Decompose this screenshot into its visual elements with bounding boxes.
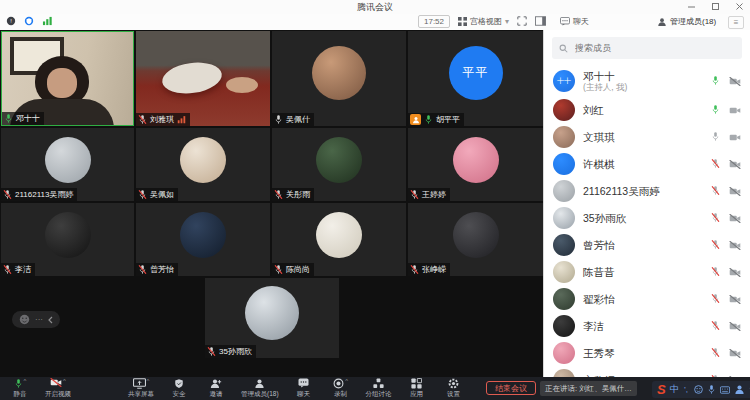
smiley-icon — [19, 314, 30, 325]
view-mode-button[interactable]: 宫格视图▾ — [458, 16, 509, 27]
maximize-button[interactable] — [711, 2, 720, 11]
toolbar-label: 静音 — [14, 390, 27, 398]
layout-button[interactable] — [535, 16, 546, 28]
meeting-info-icon[interactable]: ! — [6, 16, 16, 28]
video-tile[interactable]: 曾芳怡 — [136, 203, 270, 276]
toolbar-label: 邀请 — [210, 390, 223, 398]
member-row[interactable]: 十十邓十十(主持人, 我) — [544, 66, 750, 96]
toolbar-share-screen-button[interactable]: ^共享屏幕 — [128, 378, 154, 398]
member-row[interactable]: 35孙雨欣 — [544, 204, 750, 231]
camera-icon — [50, 378, 62, 387]
member-row[interactable]: 21162113吴雨婷 — [544, 177, 750, 204]
search-box[interactable] — [552, 37, 742, 59]
member-name: 文琪琪 — [583, 131, 615, 143]
mic-icon — [14, 378, 23, 389]
video-tile[interactable]: 刘雅琪 — [136, 31, 270, 126]
avatar — [180, 212, 226, 258]
ime-voice-icon — [707, 384, 716, 395]
network-signal-icon — [42, 16, 53, 28]
toolbar-camera-off-button[interactable]: ^开启视频 — [45, 378, 71, 398]
chat-icon — [560, 17, 570, 26]
share-screen-icon — [133, 378, 146, 389]
mic-icon — [4, 113, 13, 124]
camera-icon — [729, 268, 741, 277]
member-mic-status — [711, 209, 720, 227]
mic-icon — [711, 347, 720, 358]
video-tile[interactable]: 吴佩如 — [136, 128, 270, 201]
member-row[interactable]: 许棋棋 — [544, 150, 750, 177]
toolbar-apps-button[interactable]: 应用 — [405, 378, 429, 398]
video-tile[interactable]: 21162113吴雨婷 — [1, 128, 134, 201]
video-grid: 邓十十刘雅琪吴佩什平平胡平平21162113吴雨婷吴佩如关彤雨王婷婷李洁曾芳怡陈… — [0, 30, 544, 377]
tile-name-label: 关彤雨 — [272, 188, 314, 201]
close-button[interactable] — [735, 2, 744, 11]
member-mic-status — [711, 236, 720, 254]
member-row[interactable]: 曾芳怡 — [544, 231, 750, 258]
camera-icon — [729, 133, 741, 142]
member-avatar — [553, 153, 575, 175]
end-meeting-button[interactable]: 结束会议 — [486, 381, 536, 395]
mic-icon — [410, 264, 419, 275]
ime-keyboard-icon[interactable] — [720, 386, 730, 394]
person-icon — [412, 116, 420, 124]
toolbar-chat-button[interactable]: 聊天 — [292, 378, 316, 398]
toolbar-members-button[interactable]: 管理成员(18) — [241, 378, 279, 398]
toolbar-label: 安全 — [173, 390, 186, 398]
toolbar-invite-button[interactable]: 邀请 — [204, 378, 228, 398]
avatar — [180, 137, 226, 183]
toolbar-breakout-button[interactable]: 分组讨论 — [366, 378, 392, 398]
tab-chat[interactable]: 聊天 — [560, 16, 589, 27]
ime-language-toggle[interactable]: 中 — [670, 383, 679, 396]
video-tile[interactable]: 35孙雨欣 — [205, 278, 339, 358]
ime-person-icon[interactable] — [734, 384, 745, 395]
member-mic-status — [711, 101, 720, 119]
member-name: 许棋棋 — [583, 158, 615, 170]
member-row[interactable]: 文欣妍 — [544, 366, 750, 377]
search-input[interactable] — [573, 42, 727, 54]
ime-emoji-icon[interactable] — [694, 385, 703, 394]
member-camera-status — [729, 317, 741, 335]
meeting-window: 腾讯会议 ! 17:52 宫格视图▾ 聊天 — [0, 0, 750, 400]
video-tile[interactable]: 陈尚尚 — [272, 203, 406, 276]
toolbar-shield-button[interactable]: 安全 — [167, 378, 191, 398]
ime-voice-icon[interactable] — [707, 384, 716, 395]
video-tile[interactable]: 张峥嵘 — [408, 203, 543, 276]
toolbar-record-button[interactable]: ^录制 — [329, 378, 353, 398]
toolbar-mic-button[interactable]: ^静音 — [8, 378, 32, 398]
member-row[interactable]: 李洁 — [544, 312, 750, 339]
member-camera-status — [729, 72, 741, 90]
mic-icon — [274, 189, 283, 200]
member-row[interactable]: 翟彩怡 — [544, 285, 750, 312]
camera-icon — [729, 160, 741, 169]
avatar — [45, 137, 91, 183]
member-avatar — [553, 207, 575, 229]
mic-icon — [711, 131, 720, 142]
emoji-reaction-pill[interactable]: ··· — [12, 311, 60, 328]
avatar — [316, 137, 362, 183]
toolbar-settings-button[interactable]: 设置 — [442, 378, 466, 398]
ime-punctuation-icon[interactable]: ’, — [683, 385, 690, 394]
member-row[interactable]: 文琪琪 — [544, 123, 750, 150]
video-tile[interactable]: 平平胡平平 — [408, 31, 543, 126]
ime-logo[interactable]: S — [657, 383, 666, 396]
member-row[interactable]: 陈昔昔 — [544, 258, 750, 285]
panel-menu-button[interactable]: ≡ — [728, 16, 744, 29]
member-avatar — [553, 234, 575, 256]
video-tile[interactable]: 吴佩什 — [272, 31, 406, 126]
tile-name-label: 陈尚尚 — [272, 263, 314, 276]
member-row[interactable]: 王秀琴 — [544, 339, 750, 366]
invite-icon — [210, 378, 222, 389]
tile-name-label: 胡平平 — [408, 113, 464, 126]
fullscreen-button[interactable] — [517, 16, 527, 28]
member-row[interactable]: 刘红 — [544, 96, 750, 123]
video-tile[interactable]: 王婷婷 — [408, 128, 543, 201]
video-tile[interactable]: 邓十十 — [1, 31, 134, 126]
video-tile[interactable]: 李洁 — [1, 203, 134, 276]
member-avatar — [553, 126, 575, 148]
camera-icon — [729, 77, 741, 86]
protection-icon[interactable] — [24, 16, 34, 28]
tab-members[interactable]: 管理成员(18) — [657, 16, 716, 27]
minimize-button[interactable] — [687, 2, 696, 11]
member-camera-status — [729, 155, 741, 173]
video-tile[interactable]: 关彤雨 — [272, 128, 406, 201]
